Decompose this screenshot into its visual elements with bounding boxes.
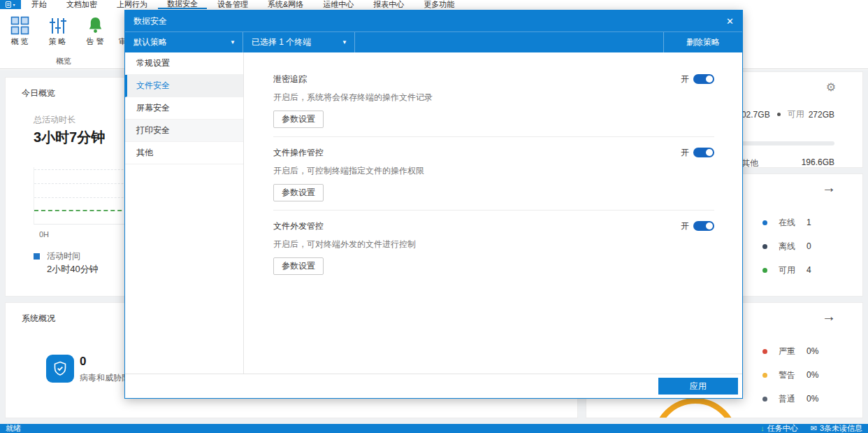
task-center-label: 任务中心 <box>767 423 798 433</box>
gear-icon[interactable]: ⚙ <box>826 80 836 94</box>
total-activity-value: 3小时7分钟 <box>34 128 105 147</box>
online-label: 在线 <box>779 217 795 229</box>
critical-label: 严重 <box>779 346 795 357</box>
modal-content: 泄密追踪 开 开启后，系统将会保存终端的操作文件记录 参数设置 文件操作管控 开 <box>244 52 742 374</box>
warning-dot-icon <box>762 373 767 378</box>
other-label: 其他 <box>742 157 758 169</box>
toggle-knob <box>706 149 713 156</box>
free-label: 可用 <box>788 108 804 120</box>
modal-title: 数据安全 <box>133 15 167 27</box>
app-menu-button[interactable]: ▾ <box>0 0 21 9</box>
delete-policy-button[interactable]: 删除策略 <box>663 32 742 52</box>
menu-item-start[interactable]: 开始 <box>22 0 56 9</box>
close-icon[interactable]: ✕ <box>726 17 734 26</box>
virus-protection-count: 0 <box>80 355 86 369</box>
other-value: 196.6GB <box>802 157 834 169</box>
terminal-dropdown-value: 已选择 1 个终端 <box>252 36 311 48</box>
setting-title: 文件外发管控 <box>273 220 324 232</box>
legend-label: 活动时间 <box>47 250 80 262</box>
status-bar: 就绪 ↓ 任务中心 ✉ 3条未读信息 <box>0 424 868 433</box>
parameter-settings-button[interactable]: 参数设置 <box>273 257 324 275</box>
system-overview-title: 系统概况 <box>22 313 55 325</box>
envelope-icon: ✉ <box>811 425 817 432</box>
menu-bar: ▾ 开始 文档加密 上网行为 数据安全 设备管理 系统&网络 运维中心 报表中心… <box>0 0 868 9</box>
tool-policy[interactable]: 策 略 <box>43 14 71 47</box>
tool-alert[interactable]: 告 警 <box>81 14 109 47</box>
nav-item-general-settings[interactable]: 常规设置 <box>125 52 243 75</box>
bell-icon <box>81 14 109 36</box>
parameter-settings-button[interactable]: 参数设置 <box>273 184 324 201</box>
task-center-button[interactable]: ↓ 任务中心 <box>760 423 798 433</box>
list-item: 离线 0 <box>762 234 811 258</box>
normal-label: 普通 <box>779 393 795 405</box>
warning-label: 警告 <box>779 369 795 381</box>
chart-legend: 活动时间 <box>34 250 80 262</box>
modal-side-nav: 常规设置 文件安全 屏幕安全 打印安全 其他 <box>125 52 244 374</box>
terminal-dropdown[interactable]: 已选择 1 个终端 ▼ <box>243 32 355 52</box>
file-operation-toggle[interactable] <box>693 148 714 157</box>
free-value: 272GB <box>809 110 834 120</box>
gauge-chart-arc <box>653 398 738 418</box>
menu-item-ops-center[interactable]: 运维中心 <box>314 0 363 9</box>
unread-messages-label: 3条未读信息 <box>820 423 862 433</box>
list-item: 在线 1 <box>762 211 811 234</box>
menu-item-web-behavior[interactable]: 上网行为 <box>108 0 157 9</box>
alert-levels-list: 严重 0% 警告 0% 普通 0% <box>762 339 818 411</box>
tool-policy-label: 策 略 <box>43 36 71 47</box>
modal-toolbar: 默认策略 ▼ 已选择 1 个终端 ▼ 删除策略 <box>125 31 742 52</box>
chevron-down-icon: ▼ <box>342 39 347 45</box>
list-item: 警告 0% <box>762 363 818 387</box>
offline-dot-icon <box>762 244 767 249</box>
arrow-right-icon[interactable]: → <box>822 308 836 325</box>
legend-value: 2小时40分钟 <box>47 263 99 276</box>
storage-other-row: 其他 196.6GB <box>742 157 834 169</box>
nav-item-other[interactable]: 其他 <box>125 142 243 164</box>
modal-title-bar: 数据安全 ✕ <box>125 10 742 31</box>
toggle-knob <box>706 222 713 229</box>
normal-value: 0% <box>806 394 818 404</box>
online-value: 1 <box>806 218 811 227</box>
offline-value: 0 <box>806 241 811 251</box>
setting-description: 开启后，可对终端外发的文件进行控制 <box>273 239 714 250</box>
warning-value: 0% <box>806 370 818 380</box>
arrow-right-icon[interactable]: → <box>822 180 836 196</box>
toggle-state-label: 开 <box>681 220 689 232</box>
status-ready-text: 就绪 <box>6 423 21 433</box>
menu-item-system-network[interactable]: 系统&网络 <box>259 0 312 9</box>
nav-item-print-security[interactable]: 打印安全 <box>125 120 243 142</box>
shield-check-icon <box>46 355 74 383</box>
nav-item-screen-security[interactable]: 屏幕安全 <box>125 97 243 120</box>
menu-item-data-security[interactable]: 数据安全 <box>158 0 207 9</box>
dot-separator-icon <box>777 113 781 116</box>
tool-overview-label: 概 览 <box>6 36 34 47</box>
online-dot-icon <box>762 220 767 225</box>
critical-dot-icon <box>762 349 767 354</box>
nav-item-file-security[interactable]: 文件安全 <box>125 75 243 97</box>
policy-dropdown[interactable]: 默认策略 ▼ <box>125 32 243 52</box>
tool-alert-label: 告 警 <box>81 36 109 47</box>
menu-item-report-center[interactable]: 报表中心 <box>364 0 413 9</box>
apply-button[interactable]: 应用 <box>658 378 738 395</box>
parameter-settings-button[interactable]: 参数设置 <box>273 111 324 128</box>
toggle-state-label: 开 <box>681 73 689 85</box>
menu-item-device-management[interactable]: 设备管理 <box>208 0 257 9</box>
unread-messages-button[interactable]: ✉ 3条未读信息 <box>811 423 862 433</box>
menu-item-more-features[interactable]: 更多功能 <box>414 0 463 9</box>
toggle-knob <box>706 76 713 83</box>
app-logo-icon <box>6 1 11 8</box>
chevron-down-icon: ▼ <box>230 39 236 45</box>
sliders-icon <box>43 14 71 36</box>
grid-icon <box>6 14 34 36</box>
file-outgoing-toggle[interactable] <box>693 221 714 231</box>
normal-dot-icon <box>762 397 767 402</box>
available-value: 4 <box>806 265 811 275</box>
offline-label: 离线 <box>779 241 795 253</box>
leak-tracking-toggle[interactable] <box>693 74 714 84</box>
setting-leak-tracking: 泄密追踪 开 开启后，系统将会保存终端的操作文件记录 参数设置 <box>273 73 714 137</box>
menu-item-doc-encryption[interactable]: 文档加密 <box>57 0 106 9</box>
total-activity-label: 总活动时长 <box>34 114 75 126</box>
list-item: 严重 0% <box>762 339 818 363</box>
chevron-down-icon: ▾ <box>13 3 15 7</box>
tool-overview[interactable]: 概 览 <box>6 14 34 47</box>
ribbon-group-label: 概览 <box>0 56 127 66</box>
